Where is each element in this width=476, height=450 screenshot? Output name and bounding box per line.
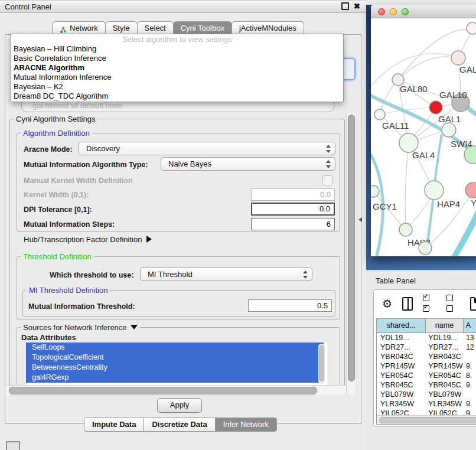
table-cell: 9. — [464, 399, 476, 409]
network-node[interactable] — [419, 242, 432, 255]
table-cell: 9. — [464, 380, 476, 390]
which-threshold-combo[interactable]: MI Threshold — [140, 268, 312, 281]
network-node[interactable] — [467, 22, 476, 34]
table-cell — [464, 390, 476, 399]
kernel-width-field[interactable]: 0.0 — [251, 188, 335, 201]
close-window-icon[interactable] — [378, 8, 385, 15]
mi-threshold-title: MI Threshold Definition — [27, 286, 110, 295]
tab-infer-network[interactable]: Infer Network — [215, 418, 277, 432]
table-cell: YDR27... — [377, 343, 426, 352]
network-node[interactable] — [465, 182, 476, 198]
table-row[interactable]: YLR345WYLR345W9. — [377, 399, 476, 409]
table-cell: 8. — [464, 371, 476, 380]
network-view-window[interactable]: GALGAL80GAL10GAL1GAL11GAL4SWI4GCY1HAP4YH… — [371, 5, 476, 256]
select-all-columns-icon[interactable] — [423, 293, 436, 314]
table-cell: YBL079W — [377, 390, 426, 399]
sources-title[interactable]: Sources for Network Inference — [21, 323, 140, 332]
settings-vertical-scrollbar[interactable] — [346, 113, 356, 394]
table-cell — [464, 352, 476, 361]
table-panel-card: ⚙ shared... name A YDL19...YDL19...13YDR… — [373, 289, 476, 427]
expanded-arrow-icon — [131, 325, 138, 330]
mi-type-combo[interactable]: Naive Bayes — [161, 157, 335, 171]
float-panel-icon[interactable] — [341, 2, 349, 10]
network-node[interactable] — [451, 51, 465, 65]
network-canvas[interactable]: GALGAL80GAL10GAL1GAL11GAL4SWI4GCY1HAP4YH… — [371, 18, 476, 256]
attribute-list-item[interactable]: BetweennessCentrality — [26, 363, 324, 373]
manual-kernel-checkbox[interactable] — [322, 175, 332, 185]
algorithm-option[interactable]: Dream8 DC_TDC Algorithm — [11, 92, 343, 101]
table-cell: YBL079W — [426, 390, 464, 399]
mi-threshold-field[interactable]: 0.5 — [248, 299, 332, 312]
attribute-list-item[interactable]: SelfLoops — [26, 343, 324, 353]
table-cell: YBR045C — [377, 380, 426, 390]
algorithm-option[interactable]: Mutual Information Inference — [11, 73, 343, 82]
node-label: HAP4 — [437, 199, 460, 209]
stepper-icon — [303, 270, 308, 279]
which-threshold-label: Which threshold to use: — [50, 271, 133, 279]
table-cell: YPR145W — [377, 361, 426, 371]
network-window-titlebar — [371, 5, 476, 18]
algorithm-option[interactable]: ARACNE Algorithm — [11, 63, 343, 73]
table-row[interactable]: YDR27...YDR27...12 — [377, 343, 476, 352]
attribute-list-item[interactable]: gal4RGexp — [26, 373, 324, 383]
file-icon[interactable] — [470, 297, 476, 311]
node-label: Y — [471, 198, 476, 208]
gear-icon[interactable]: ⚙ — [382, 298, 392, 309]
tab-jactivemnodules[interactable]: jActiveMNodules — [232, 21, 304, 35]
splitter-collapse-icon[interactable] — [358, 217, 362, 222]
column-header[interactable]: shared... — [377, 319, 426, 332]
minimized-panel-icon[interactable] — [6, 441, 20, 450]
network-node[interactable] — [399, 223, 412, 236]
dpi-tolerance-field[interactable]: 0.0 — [251, 203, 335, 216]
column-header[interactable]: A — [464, 319, 476, 332]
table-horizontal-scrollbar[interactable] — [377, 415, 476, 424]
deselect-all-columns-icon[interactable] — [446, 293, 460, 314]
algorithm-option[interactable]: Bayesian – K2 — [11, 82, 343, 92]
list-scrollbar[interactable] — [318, 344, 325, 384]
table-panel: Table Panel ⚙ shared... name A YDL19...Y… — [366, 270, 476, 450]
settings-scroll-area: Cyni Algorithm Settings Algorithm Defini… — [5, 113, 346, 385]
network-nodes[interactable]: GALGAL80GAL10GAL1GAL11GAL4SWI4GCY1HAP4YH… — [371, 22, 476, 255]
close-panel-icon[interactable]: ✖ — [354, 2, 360, 10]
data-attributes-list[interactable]: SelfLoopsTopologicalCoefficientBetweenne… — [26, 343, 327, 385]
table-row[interactable]: YBL079WYBL079W — [377, 390, 476, 399]
tab-style[interactable]: Style — [105, 21, 138, 35]
table-row[interactable]: YDL19...YDL19...13 — [377, 333, 476, 343]
aracne-mode-label: Aracne Mode: — [24, 145, 73, 154]
tab-network[interactable]: Network — [52, 21, 106, 35]
node-label: GAL10 — [439, 90, 467, 100]
zoom-window-icon[interactable] — [402, 8, 409, 15]
tab-impute-data[interactable]: Impute Data — [84, 418, 144, 432]
network-node[interactable] — [371, 185, 379, 197]
algorithm-option[interactable]: Basic Correlation Inference — [11, 54, 343, 63]
table-cell: YBR043C — [377, 352, 426, 361]
table-row[interactable]: YBR043CYBR043C — [377, 352, 476, 361]
network-node[interactable] — [429, 101, 442, 114]
attribute-list-item[interactable]: TopologicalCoefficient — [26, 353, 324, 363]
table-row[interactable]: YPR145WYPR145W9. — [377, 361, 476, 371]
hub-definition-toggle[interactable]: Hub/Transcription Factor Definition — [24, 235, 152, 244]
node-label: GAL — [459, 64, 476, 74]
tab-cyni-toolbox[interactable]: Cyni Toolbox — [173, 21, 232, 35]
table-row[interactable]: YER054CYER054C8. — [377, 371, 476, 380]
kernel-width-label: Kernel Width (0,1): — [24, 191, 89, 199]
mi-steps-field[interactable]: 6 — [251, 218, 335, 230]
node-label: GAL80 — [400, 84, 428, 94]
network-node[interactable] — [442, 123, 456, 137]
tab-discretize-data[interactable]: Discretize Data — [144, 418, 215, 432]
apply-button[interactable]: Apply — [157, 398, 202, 413]
column-header[interactable]: name — [426, 319, 464, 332]
network-node[interactable] — [374, 109, 385, 120]
table-body: YDL19...YDL19...13YDR27...YDR27...12YBR0… — [377, 333, 476, 418]
algorithm-option[interactable]: Bayesian – Hill Climbing — [11, 44, 343, 54]
aracne-mode-combo[interactable]: Discovery — [79, 142, 335, 155]
table-toolbar: ⚙ — [374, 290, 476, 317]
minimize-window-icon[interactable] — [390, 8, 397, 15]
table-cell: 12 — [464, 343, 476, 352]
columns-icon[interactable] — [402, 297, 413, 311]
network-node[interactable] — [425, 181, 444, 200]
settings-horizontal-scrollbar[interactable] — [5, 385, 346, 395]
table-row[interactable]: YBR045CYBR045C9. — [377, 380, 476, 390]
tab-select[interactable]: Select — [137, 21, 174, 35]
algorithm-dropdown-popup: Select algorithm to view settings Bayesi… — [11, 34, 344, 102]
